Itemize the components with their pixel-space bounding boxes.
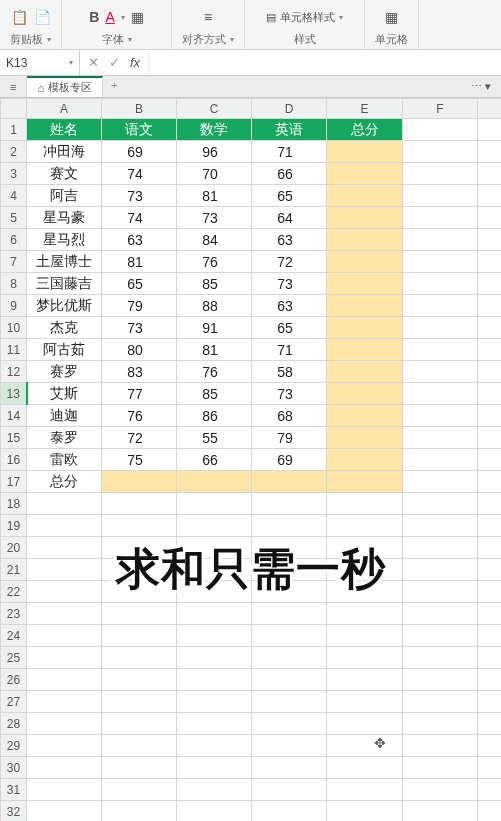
cell[interactable]: 81: [177, 185, 252, 207]
cell[interactable]: [27, 537, 102, 559]
cell[interactable]: [177, 757, 252, 779]
cell[interactable]: [478, 229, 502, 251]
col-head-A[interactable]: A: [27, 99, 102, 119]
name-box[interactable]: K13 ▾: [0, 50, 80, 75]
cell[interactable]: [177, 493, 252, 515]
cell[interactable]: [327, 493, 403, 515]
cell-sum[interactable]: [327, 383, 403, 405]
row-head[interactable]: 1: [1, 119, 27, 141]
row-head[interactable]: 15: [1, 427, 27, 449]
row-head[interactable]: 4: [1, 185, 27, 207]
cell-sum[interactable]: [327, 361, 403, 383]
sheet-tab-active[interactable]: ⌂ 模板专区: [27, 76, 103, 97]
cell[interactable]: [252, 779, 327, 801]
row-head[interactable]: 7: [1, 251, 27, 273]
table-header[interactable]: 语文: [102, 119, 177, 141]
cell[interactable]: [252, 669, 327, 691]
row-head[interactable]: 20: [1, 537, 27, 559]
cell[interactable]: [252, 647, 327, 669]
cell[interactable]: 73: [252, 273, 327, 295]
cell[interactable]: [478, 427, 502, 449]
cell[interactable]: 76: [177, 361, 252, 383]
cell[interactable]: [403, 559, 478, 581]
cell[interactable]: 69: [252, 449, 327, 471]
cell-name[interactable]: 星马烈: [27, 229, 102, 251]
cell[interactable]: [403, 801, 478, 822]
cell-name[interactable]: 星马豪: [27, 207, 102, 229]
cell-name[interactable]: 冲田海: [27, 141, 102, 163]
cell[interactable]: [478, 207, 502, 229]
cell[interactable]: [327, 669, 403, 691]
cell[interactable]: [177, 801, 252, 822]
cell[interactable]: [478, 361, 502, 383]
insert-icon[interactable]: ▦: [385, 9, 398, 25]
cell[interactable]: 73: [102, 317, 177, 339]
row-head[interactable]: 27: [1, 691, 27, 713]
cell[interactable]: [252, 801, 327, 822]
cell[interactable]: [478, 295, 502, 317]
cell[interactable]: [102, 757, 177, 779]
cell[interactable]: [478, 779, 502, 801]
cell[interactable]: [478, 405, 502, 427]
cell[interactable]: [177, 625, 252, 647]
cell[interactable]: 73: [177, 207, 252, 229]
cell[interactable]: 55: [177, 427, 252, 449]
cell[interactable]: [102, 735, 177, 757]
cell[interactable]: [27, 515, 102, 537]
cell[interactable]: [403, 647, 478, 669]
cell[interactable]: 58: [252, 361, 327, 383]
cell[interactable]: [252, 713, 327, 735]
cell[interactable]: [403, 383, 478, 405]
cell[interactable]: [102, 581, 177, 603]
cell[interactable]: 65: [252, 317, 327, 339]
cell[interactable]: [478, 383, 502, 405]
cell-name[interactable]: 赛罗: [27, 361, 102, 383]
cell-sum[interactable]: [327, 207, 403, 229]
row-head[interactable]: 26: [1, 669, 27, 691]
accept-icon[interactable]: ✓: [109, 55, 120, 70]
cell[interactable]: [102, 691, 177, 713]
cell[interactable]: 81: [102, 251, 177, 273]
cell[interactable]: 64: [252, 207, 327, 229]
cell[interactable]: [403, 251, 478, 273]
cell[interactable]: 74: [102, 207, 177, 229]
row-head[interactable]: 9: [1, 295, 27, 317]
cell[interactable]: 88: [177, 295, 252, 317]
cell[interactable]: [403, 537, 478, 559]
cell[interactable]: [27, 801, 102, 822]
cell[interactable]: [478, 537, 502, 559]
cell[interactable]: [478, 581, 502, 603]
cell[interactable]: [403, 713, 478, 735]
cell[interactable]: [403, 339, 478, 361]
chevron-down-icon[interactable]: ▾: [69, 58, 73, 67]
cell[interactable]: [102, 625, 177, 647]
bold-icon[interactable]: B: [89, 9, 99, 25]
cell[interactable]: 63: [252, 229, 327, 251]
cell[interactable]: [478, 713, 502, 735]
cell[interactable]: [478, 185, 502, 207]
cell-sum[interactable]: [327, 427, 403, 449]
row-head[interactable]: 12: [1, 361, 27, 383]
cell[interactable]: 76: [102, 405, 177, 427]
cell[interactable]: [403, 295, 478, 317]
cell[interactable]: [27, 559, 102, 581]
cell[interactable]: [327, 735, 403, 757]
cell-sum[interactable]: [327, 163, 403, 185]
cell[interactable]: [327, 691, 403, 713]
row-head[interactable]: 11: [1, 339, 27, 361]
cell[interactable]: 63: [102, 229, 177, 251]
cell[interactable]: [252, 559, 327, 581]
cell[interactable]: 69: [102, 141, 177, 163]
cell[interactable]: 85: [177, 383, 252, 405]
cell[interactable]: [478, 669, 502, 691]
cell[interactable]: 71: [252, 141, 327, 163]
row-head[interactable]: 29: [1, 735, 27, 757]
cell[interactable]: 96: [177, 141, 252, 163]
cell[interactable]: [177, 581, 252, 603]
cell[interactable]: [177, 713, 252, 735]
cell[interactable]: [403, 185, 478, 207]
cell[interactable]: [403, 229, 478, 251]
row-head[interactable]: 16: [1, 449, 27, 471]
cell[interactable]: 85: [177, 273, 252, 295]
cell-name[interactable]: 三国藤吉: [27, 273, 102, 295]
